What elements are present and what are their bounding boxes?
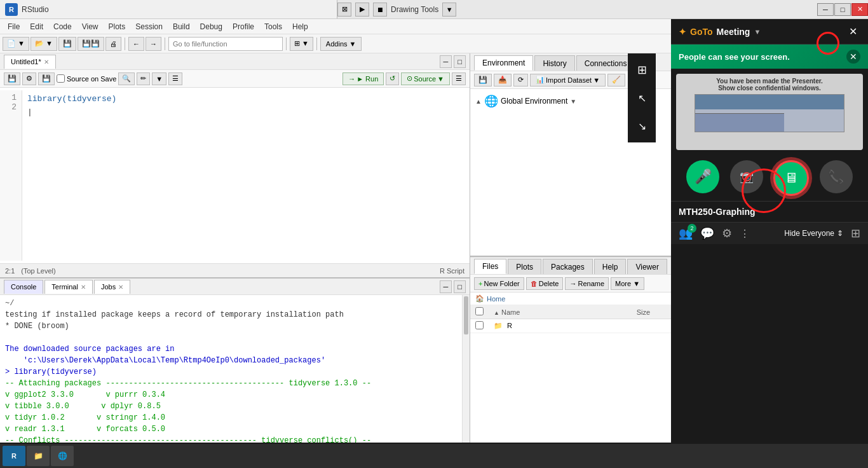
goto-input[interactable] — [168, 37, 283, 51]
mic-btn[interactable]: 🎤 — [686, 160, 719, 193]
editor-spell-btn[interactable]: ✏ — [137, 72, 150, 85]
gtm-banner-close[interactable]: ✕ — [846, 50, 860, 64]
menu-view[interactable]: View — [77, 21, 104, 32]
gtm-settings-btn[interactable]: ⚙ — [722, 226, 732, 240]
help-tab[interactable]: Help — [594, 259, 627, 274]
taskbar-rstudio-btn[interactable]: R — [3, 446, 25, 466]
editor-save-btn[interactable]: 💾 — [4, 72, 20, 85]
env-tab[interactable]: Environment — [474, 55, 533, 71]
rerun-btn[interactable]: ↺ — [386, 72, 399, 85]
side-grid-btn[interactable]: ⊞ — [630, 59, 653, 81]
more-btn[interactable]: More ▼ — [611, 277, 644, 290]
home-link[interactable]: Home — [487, 295, 505, 303]
source-btn[interactable]: ⊙ Source ▼ — [401, 72, 450, 85]
menu-tools[interactable]: Tools — [259, 21, 287, 32]
open-file-btn[interactable]: 📂 ▼ — [31, 37, 57, 51]
packages-tab[interactable]: Packages — [543, 259, 593, 274]
env-load-btn[interactable]: 📥 — [494, 74, 512, 86]
console-minimize-btn[interactable]: ─ — [440, 280, 452, 293]
gtm-more-btn[interactable]: ⋮ — [740, 228, 750, 240]
source-on-save-checkbox[interactable] — [57, 74, 65, 83]
taskbar-btn2[interactable]: 📁 — [27, 446, 50, 466]
editor-save2-btn[interactable]: 💾 — [38, 72, 55, 85]
editor-minimize-btn[interactable]: ─ — [440, 55, 452, 68]
editor-settings-btn[interactable]: ⚙ — [22, 72, 36, 85]
terminal-tab[interactable]: Terminal ✕ — [44, 280, 93, 294]
code-area[interactable]: library(tidyverse) — [22, 90, 470, 261]
gtm-dropdown-btn[interactable]: ▼ — [754, 28, 761, 36]
jobs-tab-close[interactable]: ✕ — [118, 284, 123, 291]
gtm-hide-everyone-btn[interactable]: Hide Everyone ⇕ — [784, 229, 843, 238]
drawing-mode-btn2[interactable]: ▶ — [355, 3, 369, 17]
plots-tab[interactable]: Plots — [508, 259, 541, 274]
menu-profile[interactable]: Profile — [227, 21, 259, 32]
drawing-mode-btn3[interactable]: ⏹ — [373, 3, 387, 17]
env-clear-btn[interactable]: 🧹 — [607, 74, 625, 86]
connections-tab[interactable]: Connections — [576, 55, 635, 71]
run-btn[interactable]: → ► Run — [342, 72, 384, 85]
files-name-header[interactable]: ▲ Name — [489, 305, 632, 319]
console-tab[interactable]: Console — [4, 280, 43, 294]
row-check[interactable] — [470, 319, 489, 333]
menu-help[interactable]: Help — [287, 21, 313, 32]
rename-btn[interactable]: → Rename — [565, 277, 609, 290]
env-save-btn[interactable]: 💾 — [474, 74, 492, 86]
import-dataset-btn[interactable]: 📊 Import Dataset ▼ — [530, 74, 606, 86]
row-name[interactable]: 📁 R — [489, 319, 632, 333]
terminal-tab-close[interactable]: ✕ — [81, 284, 86, 291]
taskbar-icon2: 📁 — [34, 451, 43, 460]
console-scrollbar[interactable] — [462, 295, 470, 443]
forward-btn[interactable]: → — [146, 37, 161, 51]
editor-search-btn[interactable]: 🔍 — [118, 72, 135, 85]
editor-tab-close[interactable]: ✕ — [44, 59, 49, 65]
minimize-btn[interactable]: ─ — [817, 3, 834, 16]
close-btn[interactable]: ✕ — [851, 3, 868, 16]
menu-debug[interactable]: Debug — [195, 21, 227, 32]
gtm-participants-btn[interactable]: 👥 2 — [679, 226, 693, 240]
viewer-tab[interactable]: Viewer — [627, 259, 667, 274]
new-folder-btn[interactable]: + New Folder — [474, 277, 524, 290]
console-content[interactable]: ~/ testing if installed package keeps a … — [0, 295, 462, 443]
save-all-btn[interactable]: 💾💾 — [78, 37, 104, 51]
menu-build[interactable]: Build — [168, 21, 195, 32]
print-btn[interactable]: 🖨 — [105, 37, 121, 51]
menu-plots[interactable]: Plots — [104, 21, 131, 32]
save-btn[interactable]: 💾 — [58, 37, 76, 51]
source-on-save-label[interactable]: Source on Save — [57, 74, 116, 83]
view-layout-btn[interactable]: ⊞ ▼ — [290, 37, 313, 51]
menu-file[interactable]: File — [3, 21, 25, 32]
editor-maximize-btn[interactable]: □ — [454, 55, 466, 68]
menu-edit[interactable]: Edit — [25, 21, 48, 32]
phone-btn[interactable]: 📞 — [820, 160, 853, 193]
history-tab[interactable]: History — [534, 55, 574, 71]
editor-tab-untitled1[interactable]: Untitled1* ✕ — [4, 55, 56, 69]
taskbar-btn3[interactable]: 🌐 — [51, 446, 74, 466]
drawing-mode-btn1[interactable]: ⊠ — [337, 3, 351, 17]
menu-session[interactable]: Session — [130, 21, 168, 32]
jobs-tab[interactable]: Jobs ✕ — [94, 280, 130, 294]
gtm-chat-btn[interactable]: 💬 — [700, 226, 714, 240]
delete-btn[interactable]: 🗑 Delete — [526, 277, 564, 290]
editor-extra-menu-btn[interactable]: ☰ — [452, 72, 466, 85]
editor-menu-btn[interactable]: ▼ — [152, 72, 166, 85]
file-checkbox[interactable] — [475, 321, 484, 329]
gtm-layout-btn[interactable]: ⊞ — [851, 226, 860, 240]
code-line-2 — [27, 106, 465, 120]
menu-code[interactable]: Code — [48, 21, 77, 32]
env-refresh-btn[interactable]: ⟳ — [513, 74, 528, 86]
back-btn[interactable]: ← — [128, 37, 144, 51]
new-file-btn[interactable]: 📄 ▼ — [3, 37, 29, 51]
screen-share-btn[interactable]: 🖥 — [773, 160, 809, 196]
maximize-btn[interactable]: □ — [834, 3, 851, 16]
editor-options-btn[interactable]: ☰ — [168, 72, 182, 85]
console-maximize-btn[interactable]: □ — [454, 280, 466, 293]
console-scrollbar-thumb[interactable] — [464, 296, 468, 334]
video-btn[interactable]: 📷 ⊘ — [730, 160, 763, 193]
files-select-all[interactable] — [475, 307, 484, 315]
side-arrow-up-btn[interactable]: ↖ — [630, 86, 653, 109]
gtm-close-btn[interactable]: ✕ — [845, 24, 860, 39]
side-arrow-down-btn[interactable]: ↘ — [630, 114, 653, 137]
drawing-dropdown-btn[interactable]: ▼ — [442, 3, 456, 17]
files-tab[interactable]: Files — [474, 259, 506, 274]
addins-btn[interactable]: Addins ▼ — [320, 37, 362, 51]
